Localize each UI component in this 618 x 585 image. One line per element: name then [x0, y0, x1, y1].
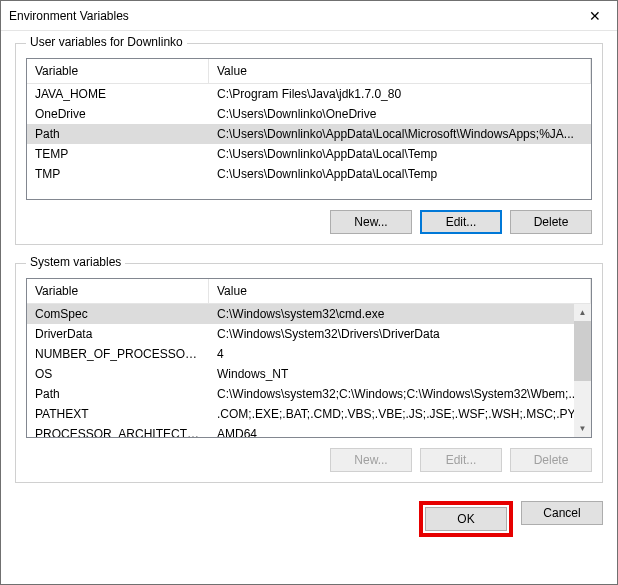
cell-value: AMD64	[209, 426, 591, 437]
cell-value: C:\Users\Downlinko\AppData\Local\Temp	[209, 166, 591, 182]
cell-variable: OS	[27, 366, 209, 382]
system-button-row: New... Edit... Delete	[26, 448, 592, 472]
system-scrollbar[interactable]: ▲ ▼	[574, 304, 591, 437]
cell-variable: PATHEXT	[27, 406, 209, 422]
system-variables-group: System variables Variable Value ComSpecC…	[15, 263, 603, 483]
cell-variable: PROCESSOR_ARCHITECTURE	[27, 426, 209, 437]
cell-value: C:\Windows\system32\cmd.exe	[209, 306, 591, 322]
cell-variable: OneDrive	[27, 106, 209, 122]
cell-variable: TMP	[27, 166, 209, 182]
system-edit-button: Edit...	[420, 448, 502, 472]
window-title: Environment Variables	[9, 9, 572, 23]
cell-value: 4	[209, 346, 591, 362]
cancel-button[interactable]: Cancel	[521, 501, 603, 525]
environment-variables-dialog: Environment Variables ✕ User variables f…	[0, 0, 618, 585]
cell-variable: TEMP	[27, 146, 209, 162]
system-new-button: New...	[330, 448, 412, 472]
table-row[interactable]: JAVA_HOMEC:\Program Files\Java\jdk1.7.0_…	[27, 84, 591, 104]
close-button[interactable]: ✕	[572, 1, 617, 30]
scroll-up-icon[interactable]: ▲	[574, 304, 591, 321]
system-list-header[interactable]: Variable Value	[27, 279, 591, 304]
table-row[interactable]: NUMBER_OF_PROCESSORS4	[27, 344, 591, 364]
cell-value: C:\Users\Downlinko\OneDrive	[209, 106, 591, 122]
cell-variable: JAVA_HOME	[27, 86, 209, 102]
dialog-footer: OK Cancel	[1, 493, 617, 549]
cell-variable: DriverData	[27, 326, 209, 342]
system-delete-button: Delete	[510, 448, 592, 472]
table-row[interactable]: TEMPC:\Users\Downlinko\AppData\Local\Tem…	[27, 144, 591, 164]
table-row[interactable]: ComSpecC:\Windows\system32\cmd.exe	[27, 304, 591, 324]
cell-variable: Path	[27, 126, 209, 142]
ok-button[interactable]: OK	[425, 507, 507, 531]
table-row[interactable]: DriverDataC:\Windows\System32\Drivers\Dr…	[27, 324, 591, 344]
user-list-body: JAVA_HOMEC:\Program Files\Java\jdk1.7.0_…	[27, 84, 591, 199]
table-row[interactable]: PathC:\Windows\system32;C:\Windows;C:\Wi…	[27, 384, 591, 404]
table-row[interactable]: PathC:\Users\Downlinko\AppData\Local\Mic…	[27, 124, 591, 144]
cell-variable: ComSpec	[27, 306, 209, 322]
cell-variable: Path	[27, 386, 209, 402]
table-row[interactable]: PROCESSOR_ARCHITECTUREAMD64	[27, 424, 591, 437]
close-icon: ✕	[589, 8, 601, 24]
user-list-header[interactable]: Variable Value	[27, 59, 591, 84]
cell-variable: NUMBER_OF_PROCESSORS	[27, 346, 209, 362]
user-edit-button[interactable]: Edit...	[420, 210, 502, 234]
scroll-track[interactable]	[574, 381, 591, 420]
user-variables-list[interactable]: Variable Value JAVA_HOMEC:\Program Files…	[26, 58, 592, 200]
user-button-row: New... Edit... Delete	[26, 210, 592, 234]
cell-value: Windows_NT	[209, 366, 591, 382]
user-new-button[interactable]: New...	[330, 210, 412, 234]
user-variables-legend: User variables for Downlinko	[26, 35, 187, 49]
cell-value: C:\Windows\system32;C:\Windows;C:\Window…	[209, 386, 591, 402]
table-row[interactable]: TMPC:\Users\Downlinko\AppData\Local\Temp	[27, 164, 591, 184]
system-variables-legend: System variables	[26, 255, 125, 269]
ok-highlight: OK	[419, 501, 513, 537]
table-row[interactable]: OSWindows_NT	[27, 364, 591, 384]
titlebar[interactable]: Environment Variables ✕	[1, 1, 617, 31]
dialog-content: User variables for Downlinko Variable Va…	[1, 31, 617, 493]
cell-value: .COM;.EXE;.BAT;.CMD;.VBS;.VBE;.JS;.JSE;.…	[209, 406, 591, 422]
user-variables-group: User variables for Downlinko Variable Va…	[15, 43, 603, 245]
user-delete-button[interactable]: Delete	[510, 210, 592, 234]
col-variable[interactable]: Variable	[27, 59, 209, 83]
cell-value: C:\Users\Downlinko\AppData\Local\Temp	[209, 146, 591, 162]
col-value[interactable]: Value	[209, 59, 591, 83]
cell-value: C:\Users\Downlinko\AppData\Local\Microso…	[209, 126, 591, 142]
cell-value: C:\Program Files\Java\jdk1.7.0_80	[209, 86, 591, 102]
cell-value: C:\Windows\System32\Drivers\DriverData	[209, 326, 591, 342]
scroll-down-icon[interactable]: ▼	[574, 420, 591, 437]
system-list-body: ComSpecC:\Windows\system32\cmd.exeDriver…	[27, 304, 591, 437]
col-value[interactable]: Value	[209, 279, 591, 303]
table-row[interactable]: PATHEXT.COM;.EXE;.BAT;.CMD;.VBS;.VBE;.JS…	[27, 404, 591, 424]
col-variable[interactable]: Variable	[27, 279, 209, 303]
table-row[interactable]: OneDriveC:\Users\Downlinko\OneDrive	[27, 104, 591, 124]
system-variables-list[interactable]: Variable Value ComSpecC:\Windows\system3…	[26, 278, 592, 438]
scroll-thumb[interactable]	[574, 321, 591, 381]
